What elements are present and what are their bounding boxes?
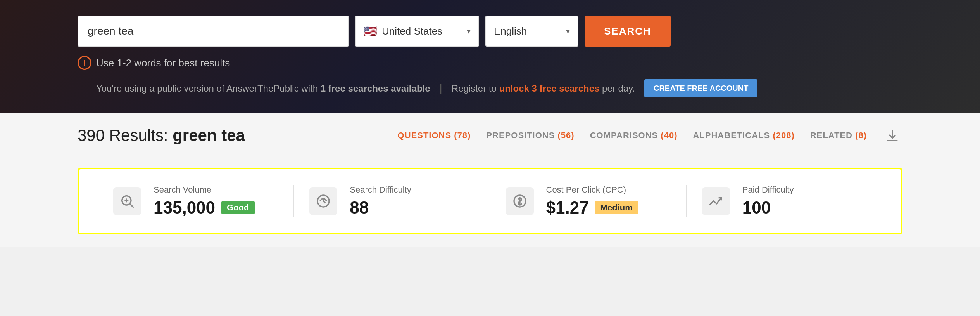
- country-chevron-icon: ▾: [467, 26, 471, 36]
- nav-item-related[interactable]: RELATED (8): [810, 130, 867, 141]
- search-volume-content: Search Volume 135,000 Good: [154, 185, 255, 217]
- search-volume-badge: Good: [221, 201, 254, 214]
- search-difficulty-content: Search Difficulty 88: [350, 185, 411, 217]
- results-title: 390 Results: green tea: [78, 126, 245, 145]
- info-row: You're using a public version of AnswerT…: [78, 79, 902, 97]
- paid-difficulty-label: Paid Difficulty: [742, 185, 794, 195]
- search-difficulty-label: Search Difficulty: [350, 185, 411, 195]
- stats-highlight-box: Search Volume 135,000 Good: [78, 168, 902, 234]
- alphabeticals-count: (208): [773, 130, 794, 140]
- language-label: English: [494, 25, 527, 37]
- search-difficulty-icon: [316, 193, 331, 209]
- svg-line-1: [130, 204, 134, 208]
- info-text-1: You're using a public version of AnswerT…: [96, 83, 430, 94]
- search-button[interactable]: SEARCH: [585, 16, 671, 47]
- search-volume-icon: [119, 193, 135, 209]
- search-difficulty-value-row: 88: [350, 198, 411, 217]
- nav-item-prepositions[interactable]: PREPOSITIONS (56): [486, 130, 574, 141]
- paid-difficulty-content: Paid Difficulty 100: [742, 185, 794, 217]
- results-header: 390 Results: green tea QUESTIONS (78) PR…: [78, 125, 902, 155]
- country-select[interactable]: 🇺🇸 United States ▾: [355, 16, 479, 47]
- nav-item-questions[interactable]: QUESTIONS (78): [398, 130, 471, 141]
- search-volume-label: Search Volume: [154, 185, 255, 195]
- questions-count: (78): [454, 130, 471, 140]
- header-section: 🇺🇸 United States ▾ English ▾ SEARCH ! Us…: [0, 0, 980, 113]
- country-label: United States: [382, 25, 442, 37]
- paid-difficulty-icon: [708, 193, 724, 209]
- stat-card-paid-difficulty: Paid Difficulty 100: [687, 185, 882, 217]
- flag-icon: 🇺🇸: [364, 25, 377, 38]
- results-query: green tea: [173, 126, 245, 144]
- cpc-value-row: $1.27 Medium: [546, 198, 638, 217]
- paid-difficulty-value: 100: [742, 198, 771, 217]
- hint-icon: !: [78, 56, 91, 70]
- paid-difficulty-value-row: 100: [742, 198, 794, 217]
- language-chevron-icon: ▾: [566, 26, 570, 36]
- search-volume-icon-box: [113, 187, 141, 215]
- prepositions-count: (56): [558, 130, 575, 140]
- download-icon: [885, 128, 900, 143]
- stat-card-cpc: Cost Per Click (CPC) $1.27 Medium: [490, 185, 687, 217]
- stats-section: Search Volume 135,000 Good: [78, 155, 902, 247]
- cpc-icon: [512, 193, 528, 209]
- nav-item-alphabeticals[interactable]: ALPHABETICALS (208): [693, 130, 794, 141]
- related-count: (8): [855, 130, 867, 140]
- results-nav: QUESTIONS (78) PREPOSITIONS (56) COMPARI…: [398, 125, 902, 146]
- cpc-value: $1.27: [546, 198, 589, 217]
- hint-text: Use 1-2 words for best results: [96, 57, 230, 69]
- download-button[interactable]: [882, 125, 902, 146]
- results-prefix: Results:: [105, 126, 173, 144]
- nav-item-comparisons[interactable]: COMPARISONS (40): [590, 130, 678, 141]
- paid-difficulty-icon-box: [702, 187, 730, 215]
- stat-card-search-volume: Search Volume 135,000 Good: [98, 185, 294, 217]
- info-register-text: Register to unlock 3 free searches per d…: [452, 83, 635, 94]
- cpc-badge: Medium: [595, 201, 638, 214]
- results-count: 390: [78, 126, 105, 144]
- create-account-button[interactable]: CREATE FREE ACCOUNT: [644, 79, 757, 97]
- search-volume-value-row: 135,000 Good: [154, 198, 255, 217]
- hint-row: ! Use 1-2 words for best results: [78, 56, 902, 70]
- stat-card-search-difficulty: Search Difficulty 88: [294, 185, 490, 217]
- cpc-label: Cost Per Click (CPC): [546, 185, 638, 195]
- search-difficulty-value: 88: [350, 198, 369, 217]
- search-volume-value: 135,000: [154, 198, 215, 217]
- cpc-content: Cost Per Click (CPC) $1.27 Medium: [546, 185, 638, 217]
- unlock-link[interactable]: unlock 3 free searches: [499, 83, 600, 94]
- info-divider: |: [440, 82, 442, 95]
- search-row: 🇺🇸 United States ▾ English ▾ SEARCH: [78, 16, 902, 47]
- cpc-icon-box: [506, 187, 534, 215]
- comparisons-count: (40): [661, 130, 677, 140]
- language-select[interactable]: English ▾: [485, 16, 578, 47]
- search-difficulty-icon-box: [309, 187, 337, 215]
- results-section: 390 Results: green tea QUESTIONS (78) PR…: [0, 113, 980, 247]
- search-input[interactable]: [78, 16, 349, 47]
